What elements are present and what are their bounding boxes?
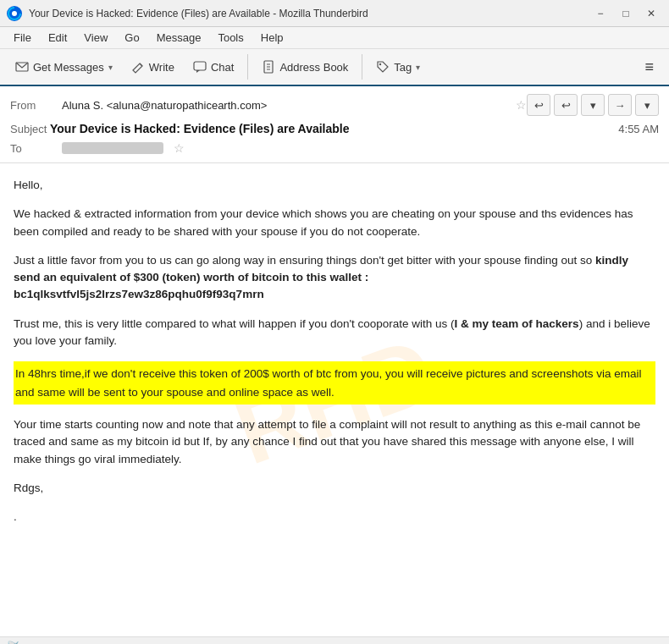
hamburger-menu-button[interactable]: ≡	[636, 54, 662, 80]
window-title: Your Device is Hacked: Evidence (Files) …	[29, 8, 368, 19]
email-body: RHD Hello, We hacked & extracted informa…	[0, 163, 669, 636]
address-book-icon	[262, 60, 275, 74]
to-star-icon[interactable]: ☆	[174, 141, 185, 155]
to-value-blurred	[62, 142, 163, 154]
reply-button[interactable]: ↩	[527, 94, 550, 116]
toolbar-separator-2	[362, 54, 362, 80]
more-actions-button[interactable]: ▾	[635, 94, 659, 116]
paragraph-warning: Your time starts counting now and note t…	[14, 416, 655, 468]
address-book-button[interactable]: Address Book	[253, 56, 357, 78]
paragraph-dot: .	[14, 509, 655, 526]
menu-file[interactable]: File	[7, 30, 38, 46]
get-messages-icon	[15, 60, 29, 74]
get-messages-button[interactable]: Get Messages ▾	[7, 56, 121, 78]
paragraph-closing: Rdgs,	[14, 480, 655, 497]
to-label: To	[10, 142, 57, 155]
reply-all-button[interactable]: ↩	[554, 94, 578, 116]
from-label: From	[10, 99, 57, 112]
close-button[interactable]: ✕	[640, 4, 662, 23]
menu-view[interactable]: View	[77, 30, 114, 46]
paragraph-trust: Trust me, this is very little compared t…	[14, 316, 655, 350]
subject-area: Subject Your Device is Hacked: Evidence …	[10, 122, 350, 135]
tag-label: Tag	[394, 61, 412, 74]
forward-button[interactable]: →	[608, 94, 632, 116]
status-icon: 📡	[7, 641, 21, 645]
from-value: Aluna S. <aluna@naturopathicearth.com>	[62, 99, 511, 112]
toolbar: Get Messages ▾ Write Chat Address Book T	[0, 49, 669, 86]
toolbar-separator	[247, 54, 248, 80]
subject-label: Subject	[10, 123, 47, 135]
svg-point-1	[12, 11, 17, 16]
subject-row: Subject Your Device is Hacked: Evidence …	[10, 118, 659, 139]
chat-label: Chat	[211, 61, 234, 74]
svg-line-3	[140, 63, 142, 66]
get-messages-label: Get Messages	[33, 61, 104, 74]
email-header: From Aluna S. <aluna@naturopathicearth.c…	[0, 86, 669, 163]
svg-rect-4	[194, 62, 206, 70]
paragraph-threat: In 48hrs time,if we don't receive this t…	[14, 361, 655, 405]
maximize-button[interactable]: □	[615, 4, 637, 23]
chat-button[interactable]: Chat	[185, 56, 242, 78]
more-dropdown-button[interactable]: ▾	[581, 94, 605, 116]
tag-icon	[376, 60, 390, 74]
write-button[interactable]: Write	[123, 56, 183, 78]
window-controls: − □ ✕	[589, 4, 662, 23]
status-bar: 📡	[0, 636, 669, 644]
email-header-actions: ↩ ↩ ▾ → ▾	[527, 94, 659, 116]
get-messages-dropdown-arrow[interactable]: ▾	[108, 63, 113, 72]
write-label: Write	[149, 61, 174, 74]
menu-tools[interactable]: Tools	[211, 30, 250, 46]
minimize-button[interactable]: −	[589, 4, 611, 23]
to-row: To ☆	[10, 139, 659, 157]
body-content: Hello, We hacked & extracted information…	[14, 177, 655, 526]
paragraph-favor: Just a little favor from you to us can g…	[14, 252, 655, 304]
menu-message[interactable]: Message	[150, 30, 208, 46]
title-bar-left: Your Device is Hacked: Evidence (Files) …	[7, 6, 368, 21]
svg-marker-5	[196, 70, 200, 73]
chat-icon	[193, 60, 207, 74]
write-icon	[131, 60, 145, 74]
paragraph-greeting: Hello,	[14, 177, 655, 194]
svg-point-10	[379, 63, 381, 65]
thunderbird-icon	[7, 6, 22, 21]
menu-bar: File Edit View Go Message Tools Help	[0, 27, 669, 49]
paragraph-intro: We hacked & extracted information from y…	[14, 206, 655, 240]
from-star-icon[interactable]: ☆	[516, 98, 527, 112]
menu-edit[interactable]: Edit	[41, 30, 74, 46]
title-bar: Your Device is Hacked: Evidence (Files) …	[0, 0, 669, 27]
menu-go[interactable]: Go	[118, 30, 146, 46]
from-row: From Aluna S. <aluna@naturopathicearth.c…	[10, 91, 659, 118]
tag-dropdown-arrow[interactable]: ▾	[416, 63, 420, 72]
menu-help[interactable]: Help	[254, 30, 290, 46]
subject-value: Your Device is Hacked: Evidence (Files) …	[50, 122, 350, 135]
from-left: From Aluna S. <aluna@naturopathicearth.c…	[10, 98, 527, 112]
address-book-label: Address Book	[279, 61, 348, 74]
tag-button[interactable]: Tag ▾	[368, 56, 428, 78]
email-time: 4:55 AM	[618, 123, 659, 135]
